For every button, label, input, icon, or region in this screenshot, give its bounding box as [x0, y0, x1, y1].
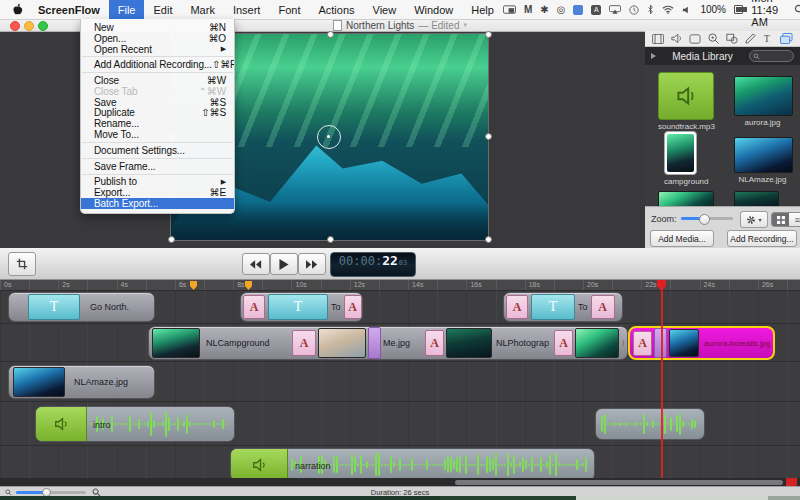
add-media-button[interactable]: Add Media...	[650, 230, 714, 247]
file-menu-item-move-to[interactable]: Move To...	[81, 129, 234, 140]
scale-handle-widget[interactable]	[317, 125, 341, 149]
inspector-tab-shapes-icon[interactable]	[726, 33, 738, 44]
apple-icon	[12, 3, 23, 16]
menu-bar-item-file[interactable]: File	[109, 0, 145, 19]
selection-handle[interactable]	[485, 31, 492, 38]
clip-nl-amaze[interactable]: NLAmaze.jpg	[8, 365, 155, 399]
fast-forward-button[interactable]	[298, 253, 326, 275]
clip-group-title[interactable]: A T To A	[240, 292, 363, 322]
scrollbar-thumb[interactable]	[455, 480, 783, 485]
media-item-soundtrack-mp3[interactable]: soundtrack.mp3	[658, 72, 712, 131]
timeline-scrollbar[interactable]	[0, 478, 800, 486]
media-item-NLAmaze-jpg[interactable]: NLAmaze.jpg	[734, 137, 791, 184]
selection-handle[interactable]	[327, 31, 334, 38]
clip-go-north[interactable]: T Go North.	[8, 292, 155, 322]
volume-icon[interactable]	[682, 5, 692, 15]
file-menu-item-rename[interactable]: Rename...	[81, 118, 234, 129]
rewind-button[interactable]	[242, 253, 270, 275]
file-menu-item-publish-to[interactable]: Publish to▶	[81, 177, 234, 188]
blue-app-icon[interactable]	[573, 5, 583, 15]
selection-handle[interactable]	[327, 236, 334, 243]
chevron-down-icon[interactable]: ▾	[464, 21, 468, 29]
media-library-title: Media Library	[656, 51, 749, 62]
media-item-aurora-jpg[interactable]: aurora.jpg	[734, 76, 791, 127]
media-thumb-partial[interactable]	[658, 191, 714, 206]
timeline-ruler[interactable]: 0s2s4s6s8s10s12s14s16s18s20s22s24s26s	[0, 280, 800, 291]
gear-menu-button[interactable]: ▾	[740, 211, 768, 228]
app-status-icon[interactable]: M	[524, 4, 532, 15]
media-item-campground[interactable]: campground	[664, 131, 697, 186]
clip-group-title[interactable]: A T To A	[503, 292, 623, 322]
media-zoom-slider[interactable]	[681, 217, 733, 220]
media-thumb-partial[interactable]	[734, 191, 779, 206]
add-recording-button[interactable]: Add Recording...	[727, 230, 797, 247]
bluetooth-icon[interactable]	[647, 4, 654, 15]
media-search-input[interactable]	[749, 50, 794, 62]
inspector-tab-film-icon[interactable]	[652, 34, 664, 44]
speaker-icon	[250, 456, 268, 474]
display-mirroring-icon[interactable]	[503, 5, 516, 15]
menu-bar-item-screenflow[interactable]: ScreenFlow	[29, 0, 109, 19]
clip-sequence[interactable]: NLCampground A Me.jpg A NLPhotograp A NL…	[148, 326, 628, 360]
inspector-tab-text-icon[interactable]: T	[762, 33, 773, 44]
grid-view-icon[interactable]	[772, 213, 789, 226]
menu-bar-item-view[interactable]: View	[364, 0, 406, 19]
selection-handle[interactable]	[485, 236, 492, 243]
menu-separator	[82, 142, 233, 143]
clip-audio-narration[interactable]: narration	[230, 448, 595, 478]
file-menu-item-add-additional-recording[interactable]: Add Additional Recording...⇧⌘R	[81, 59, 234, 70]
inspector-tab-frame-icon[interactable]	[689, 34, 701, 44]
airplay-icon[interactable]	[609, 5, 621, 14]
file-menu-item-open-recent[interactable]: Open Recent▶	[81, 44, 234, 55]
clip-aurora-borealis-selected[interactable]: A aurora-borealis.jpg	[628, 326, 775, 360]
file-menu-item-save[interactable]: Save⌘S	[81, 97, 234, 108]
dark-app-icon[interactable]: A	[591, 5, 601, 15]
file-menu-item-export[interactable]: Export...⌘E	[81, 187, 234, 198]
spotlight-search-icon[interactable]	[794, 4, 800, 15]
timeline-tracks[interactable]: T Go North. A T To A A T To A NLCampgrou…	[0, 291, 800, 478]
menu-bar-item-edit[interactable]: Edit	[144, 0, 181, 19]
audio-clip-speaker	[36, 407, 87, 441]
inspector-tab-media-library-icon[interactable]	[780, 33, 793, 44]
wifi-icon[interactable]	[662, 5, 674, 14]
selection-handle[interactable]	[168, 236, 175, 243]
round-status-icon[interactable]: ◎	[557, 4, 566, 15]
paw-status-icon[interactable]: ✱	[540, 4, 548, 15]
file-menu-item-new[interactable]: New⌘N	[81, 22, 234, 33]
view-mode-toggle[interactable]: ≡	[771, 212, 800, 227]
apple-menu[interactable]	[0, 0, 29, 19]
media-library-grid: soundtrack.mp3aurora.jpgcampgroundNLAmaz…	[645, 65, 800, 206]
inspector-tab-callout-icon[interactable]	[708, 33, 719, 44]
inspector-tab-pencil-icon[interactable]	[745, 33, 756, 44]
menu-bar-item-window[interactable]: Window	[405, 0, 462, 19]
zoom-slider-label: Zoom:	[651, 214, 677, 224]
menu-bar-item-insert[interactable]: Insert	[224, 0, 270, 19]
file-menu-item-batch-export[interactable]: Batch Export...	[81, 198, 234, 209]
fast-forward-icon	[306, 260, 318, 269]
menu-bar-item-font[interactable]: Font	[269, 0, 309, 19]
menu-bar-item-mark[interactable]: Mark	[181, 0, 223, 19]
window-title: Northern Lights	[346, 20, 414, 31]
marker-orange[interactable]	[190, 281, 197, 290]
marker-orange[interactable]	[245, 281, 252, 290]
file-menu-item-document-settings[interactable]: Document Settings...	[81, 145, 234, 156]
file-menu-item-close[interactable]: Close⌘W	[81, 75, 234, 86]
menu-bar-clock[interactable]: Mon 11:49 AM	[751, 0, 785, 28]
audio-clip-speaker	[231, 449, 288, 478]
file-menu-item-duplicate[interactable]: Duplicate⇧⌘S	[81, 108, 234, 119]
file-menu-item-open[interactable]: Open...⌘O	[81, 33, 234, 44]
list-view-icon[interactable]: ≡	[789, 213, 800, 226]
clip-audio-unnamed[interactable]	[595, 408, 705, 440]
menu-bar-item-help[interactable]: Help	[462, 0, 503, 19]
menu-bar-item-actions[interactable]: Actions	[309, 0, 363, 19]
action-clip-thumb: A	[425, 330, 444, 356]
clip-audio-intro[interactable]: intro	[35, 406, 235, 442]
play-button[interactable]	[270, 253, 298, 275]
crop-tool-button[interactable]	[8, 252, 36, 276]
timecode-display: 00:00:2203	[330, 252, 416, 277]
inspector-tab-speaker-icon[interactable]	[671, 33, 683, 44]
file-menu-item-save-frame[interactable]: Save Frame...	[81, 161, 234, 172]
playhead-line[interactable]	[661, 280, 663, 478]
selection-handle[interactable]	[485, 133, 492, 140]
clock-icon[interactable]	[629, 5, 639, 15]
